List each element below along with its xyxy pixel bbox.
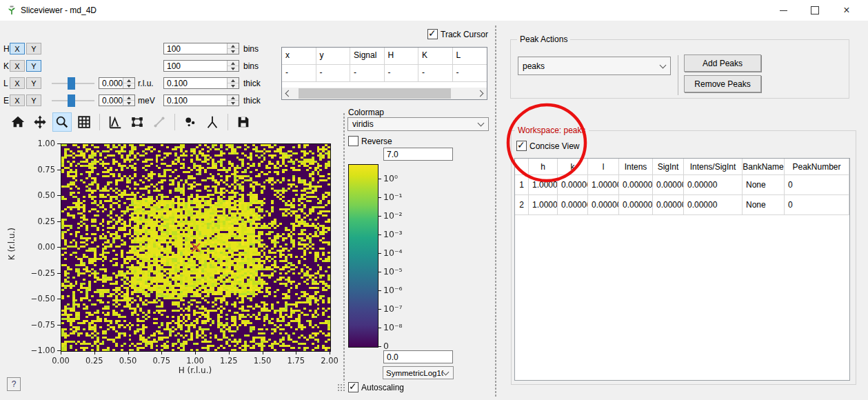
concise-view-checkbox[interactable]: ✓: [516, 141, 527, 151]
spin-up-icon[interactable]: [228, 43, 239, 48]
dim-e-value-spinbox[interactable]: 0.000: [99, 94, 135, 106]
colorbar[interactable]: [348, 164, 379, 348]
colormap-select[interactable]: viridis: [347, 117, 489, 131]
zoom-icon[interactable]: [52, 112, 72, 132]
peaks-workspace-select[interactable]: peaks: [518, 57, 671, 75]
peaks-table-row[interactable]: 11.000000.000001.000000.000000.000000.00…: [515, 175, 849, 195]
peaks-table-header[interactable]: Intens/SigInt: [684, 159, 743, 175]
spin-up-icon[interactable]: [228, 61, 239, 66]
mantid-logo: [6, 5, 17, 16]
peaks-table-header[interactable]: k: [558, 159, 588, 175]
save-icon[interactable]: [234, 112, 253, 132]
scale-select[interactable]: SymmetricLog10: [383, 366, 454, 379]
peaks-table-cell[interactable]: 0.00000: [684, 175, 743, 195]
slider-handle[interactable]: [68, 77, 75, 90]
peaks-table-cell[interactable]: 0.00000: [653, 195, 684, 215]
minimize-icon[interactable]: [767, 0, 799, 21]
region-of-interest-icon[interactable]: [128, 112, 147, 132]
peaks-table-cell[interactable]: 0.00000: [558, 195, 588, 215]
grid-icon[interactable]: [74, 112, 94, 132]
horizontal-scrollbar[interactable]: [282, 88, 487, 99]
peaks-table-header[interactable]: BankName: [743, 159, 785, 175]
help-button[interactable]: ?: [7, 377, 21, 391]
peaks-table-header[interactable]: h: [529, 159, 558, 175]
dim-l-thick-spinbox[interactable]: 0.100: [163, 77, 239, 89]
dim-k-y-button[interactable]: Y: [26, 60, 41, 72]
peaks-table-cell[interactable]: 0.00000: [619, 195, 653, 215]
dim-l-slider[interactable]: [52, 77, 94, 90]
dim-l-value-spinbox[interactable]: 0.000: [99, 77, 135, 89]
dim-h-bins-spinbox[interactable]: 100: [163, 43, 239, 54]
peaks-table-cell[interactable]: 1.00000: [529, 175, 558, 195]
add-peaks-button[interactable]: Add Peaks: [684, 54, 761, 72]
splitter-handle[interactable]: [494, 25, 497, 397]
pan-icon[interactable]: [30, 112, 50, 132]
peaks-table-cell[interactable]: None: [743, 175, 785, 195]
peaks-table-header[interactable]: PeakNumber: [785, 159, 849, 175]
peaks-table-header[interactable]: Intens: [619, 159, 653, 175]
splitter-handle[interactable]: [343, 112, 345, 383]
slider-handle[interactable]: [68, 94, 75, 107]
peaks-table-cell[interactable]: 0.00000: [684, 195, 743, 215]
remove-peaks-button[interactable]: Remove Peaks: [684, 75, 761, 92]
peaks-table-header[interactable]: [515, 159, 529, 175]
peaks-table[interactable]: hklIntensSigIntIntens/SigIntBankNamePeak…: [514, 158, 850, 381]
title-bar[interactable]: Sliceviewer - md_4D ×: [0, 0, 868, 21]
scroll-left-icon[interactable]: [282, 88, 293, 99]
dim-h-x-button[interactable]: X: [10, 43, 25, 54]
peaks-table-cell[interactable]: None: [743, 195, 785, 215]
peaks-table-cell[interactable]: 0.00000: [588, 195, 619, 215]
scrollbar-thumb[interactable]: [299, 88, 451, 99]
nonorthogonal-axes-icon[interactable]: [203, 112, 222, 132]
home-icon[interactable]: [8, 112, 28, 132]
dim-l-x-button[interactable]: X: [10, 77, 25, 89]
spin-down-icon[interactable]: [228, 48, 239, 54]
spin-up-icon[interactable]: [228, 78, 239, 83]
dim-h-y-button[interactable]: Y: [26, 43, 41, 54]
x-tick: [195, 351, 196, 354]
peaks-table-cell[interactable]: 0.00000: [619, 175, 653, 195]
spin-down-icon[interactable]: [228, 83, 239, 88]
colorbar-min-input[interactable]: 0.0: [383, 350, 453, 363]
spin-down-icon[interactable]: [228, 100, 239, 106]
spin-down-icon[interactable]: [228, 66, 239, 71]
peaks-table-cell[interactable]: 0.00000: [653, 175, 684, 195]
peaks-table-cell[interactable]: 1.00000: [529, 195, 558, 215]
peaks-table-cell[interactable]: 0.00000: [558, 175, 588, 195]
x-tick: [161, 351, 162, 354]
peaks-table-row[interactable]: 21.000000.000000.000000.000000.000000.00…: [515, 195, 849, 215]
splitter-grip[interactable]: [337, 383, 345, 392]
spin-up-icon[interactable]: [123, 95, 134, 100]
dim-k-x-button[interactable]: X: [10, 60, 25, 72]
peaks-table-cell[interactable]: 0: [785, 175, 849, 195]
dim-e-slider[interactable]: [52, 94, 94, 107]
dim-label-e: E: [3, 96, 9, 106]
x-tick-label: 0.25: [79, 356, 110, 366]
maximize-icon[interactable]: [799, 0, 831, 21]
dim-e-thick-spinbox[interactable]: 0.100: [163, 94, 239, 106]
scroll-right-icon[interactable]: [476, 88, 487, 99]
line-plots-icon[interactable]: [105, 112, 125, 132]
peaks-table-header[interactable]: SigInt: [653, 159, 684, 175]
close-icon[interactable]: ×: [831, 0, 862, 21]
dim-k-bins-spinbox[interactable]: 100: [163, 60, 239, 72]
dim-l-y-button[interactable]: Y: [26, 77, 41, 89]
spin-down-icon[interactable]: [123, 83, 134, 88]
peaks-table-header[interactable]: l: [588, 159, 619, 175]
colorbar-tick: [378, 290, 381, 291]
spin-down-icon[interactable]: [123, 100, 134, 106]
colorbar-max-input[interactable]: 7.0: [383, 148, 453, 161]
heatmap-plot[interactable]: [61, 143, 331, 352]
spin-up-icon[interactable]: [123, 78, 134, 83]
spin-up-icon[interactable]: [228, 95, 239, 100]
autoscaling-checkbox[interactable]: ✓: [348, 382, 359, 392]
dim-label-h: H: [3, 44, 10, 54]
track-cursor-checkbox[interactable]: ✓: [427, 29, 438, 39]
dim-e-x-button[interactable]: X: [10, 94, 25, 106]
peaks-table-cell[interactable]: 1.00000: [588, 175, 619, 195]
reverse-checkbox[interactable]: [348, 136, 359, 146]
peaks-table-cell[interactable]: 0: [785, 195, 849, 215]
colorbar-tick-label: 10⁰: [383, 173, 398, 183]
dim-e-y-button[interactable]: Y: [26, 94, 41, 106]
peaks-overlay-icon[interactable]: [181, 112, 200, 132]
